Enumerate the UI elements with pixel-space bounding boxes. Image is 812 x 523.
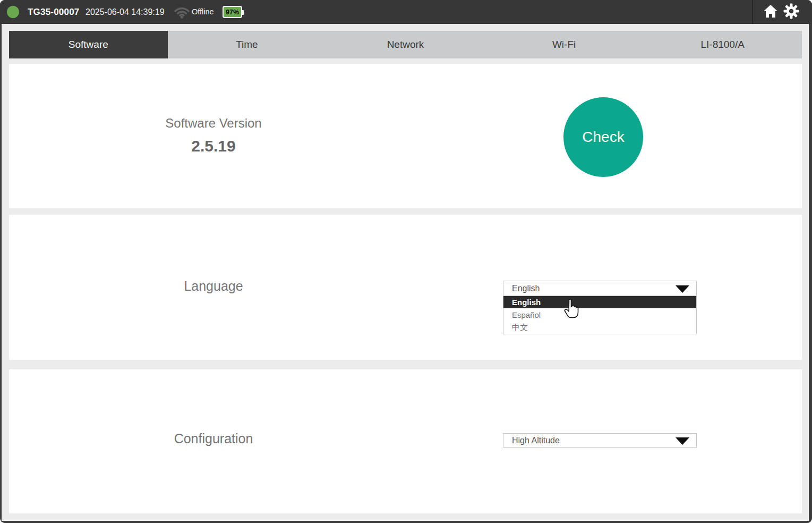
wifi-offline-icon xyxy=(173,5,191,21)
language-option-chinese[interactable]: 中文 xyxy=(503,321,696,334)
configuration-select-value: High Altitude xyxy=(512,434,560,447)
chevron-down-icon xyxy=(676,285,689,293)
app-window: TG35-00007 2025-06-04 14:39:19 Offline 9… xyxy=(0,0,812,523)
language-label: Language xyxy=(102,279,325,294)
topbar: TG35-00007 2025-06-04 14:39:19 Offline 9… xyxy=(0,0,812,24)
mouse-cursor-icon xyxy=(563,299,580,323)
tab-bar: Software Time Network Wi-Fi LI-8100/A xyxy=(9,31,802,58)
content-area: Software Time Network Wi-Fi LI-8100/A So… xyxy=(2,24,809,521)
tab-software[interactable]: Software xyxy=(9,31,168,58)
language-select[interactable]: English xyxy=(503,281,697,296)
software-version-value: 2.5.19 xyxy=(102,137,325,155)
configuration-panel: Configuration High Altitude xyxy=(9,369,802,513)
battery-indicator: 97% xyxy=(223,6,242,18)
tab-li8100a[interactable]: LI-8100/A xyxy=(643,31,802,58)
datetime: 2025-06-04 14:39:19 xyxy=(86,0,165,24)
device-name: TG35-00007 xyxy=(28,0,79,24)
software-panel: Software Version 2.5.19 Check xyxy=(9,64,802,208)
topbar-divider xyxy=(752,0,753,24)
software-version-label: Software Version xyxy=(102,116,325,131)
settings-button[interactable] xyxy=(782,3,800,21)
check-update-button[interactable]: Check xyxy=(563,97,643,177)
language-option-espanol[interactable]: Español xyxy=(503,308,696,321)
tab-time[interactable]: Time xyxy=(168,31,327,58)
status-dot-icon xyxy=(7,6,19,18)
tab-network[interactable]: Network xyxy=(326,31,485,58)
gear-icon xyxy=(783,3,799,21)
chevron-down-icon xyxy=(676,437,689,445)
language-select-value: English xyxy=(512,281,540,296)
home-button[interactable] xyxy=(762,3,780,21)
battery-level: 97% xyxy=(226,9,239,16)
home-icon xyxy=(763,4,778,20)
configuration-select[interactable]: High Altitude xyxy=(503,433,697,448)
tab-wifi[interactable]: Wi-Fi xyxy=(485,31,644,58)
language-option-english[interactable]: English xyxy=(503,296,696,308)
language-options-list: English Español 中文 xyxy=(503,296,697,334)
wifi-status-label: Offline xyxy=(192,0,214,24)
language-panel: Language English English Español 中文 xyxy=(9,215,802,360)
configuration-label: Configuration xyxy=(102,431,325,446)
